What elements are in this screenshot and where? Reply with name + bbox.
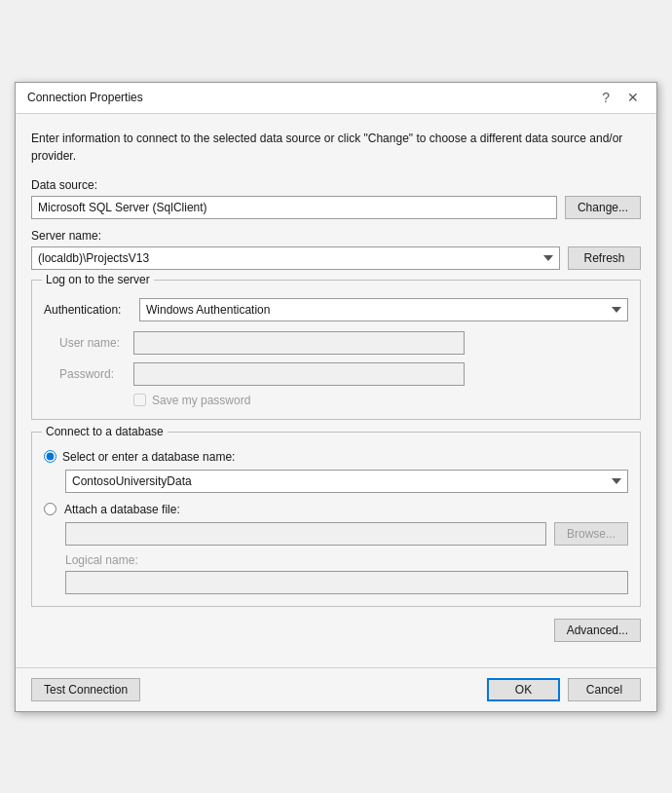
title-bar: Connection Properties ? ✕ <box>16 83 656 114</box>
ok-button[interactable]: OK <box>487 678 560 701</box>
save-password-checkbox[interactable] <box>133 394 146 406</box>
db-name-row: ContosoUniversityData <box>44 470 628 493</box>
advanced-button[interactable]: Advanced... <box>554 619 641 642</box>
change-button[interactable]: Change... <box>565 196 641 219</box>
user-name-input[interactable] <box>133 331 465 355</box>
db-name-select[interactable]: ContosoUniversityData <box>65 470 628 493</box>
logical-name-input[interactable] <box>65 571 628 594</box>
select-db-radio[interactable] <box>44 450 56 463</box>
user-name-row: User name: <box>44 331 628 355</box>
data-source-row: Change... <box>31 196 641 219</box>
password-input[interactable] <box>133 362 465 386</box>
user-name-label: User name: <box>59 336 133 350</box>
title-bar-controls: ? ✕ <box>596 89 645 106</box>
authentication-label: Authentication: <box>44 303 131 317</box>
attach-file-input[interactable] <box>65 522 546 546</box>
log-on-legend: Log on to the server <box>42 273 154 286</box>
attach-db-radio[interactable] <box>44 503 56 515</box>
data-source-input[interactable] <box>31 196 557 219</box>
log-on-section: Log on to the server Authentication: Win… <box>31 280 641 420</box>
dialog-body: Enter information to connect to the sele… <box>16 114 656 667</box>
log-on-content: Authentication: Windows Authentication U… <box>44 298 628 407</box>
refresh-button[interactable]: Refresh <box>568 246 641 270</box>
save-password-row: Save my password <box>44 394 628 407</box>
select-db-radio-row: Select or enter a database name: <box>44 450 628 464</box>
dialog-title: Connection Properties <box>27 91 143 104</box>
dialog-footer: Test Connection OK Cancel <box>16 667 656 711</box>
data-source-label: Data source: <box>31 178 641 192</box>
logical-name-label: Logical name: <box>44 553 628 567</box>
password-label: Password: <box>59 367 133 381</box>
connect-db-section: Connect to a database Select or enter a … <box>31 432 641 607</box>
authentication-row: Authentication: Windows Authentication <box>44 298 628 321</box>
attach-db-radio-label: Attach a database file: <box>64 503 180 516</box>
server-name-select[interactable]: (localdb)\ProjectsV13 <box>31 246 560 270</box>
advanced-row: Advanced... <box>31 619 641 642</box>
footer-right: OK Cancel <box>487 678 641 701</box>
save-password-label: Save my password <box>152 394 250 407</box>
server-name-label: Server name: <box>31 229 641 243</box>
close-button[interactable]: ✕ <box>621 89 645 106</box>
server-name-row: (localdb)\ProjectsV13 Refresh <box>31 246 641 270</box>
test-connection-button[interactable]: Test Connection <box>31 678 140 701</box>
authentication-select[interactable]: Windows Authentication <box>139 298 628 321</box>
attach-db-radio-row: Attach a database file: <box>44 503 628 516</box>
attach-file-row: Browse... <box>44 522 628 546</box>
logical-name-row <box>44 571 628 594</box>
browse-button[interactable]: Browse... <box>554 522 628 546</box>
connection-properties-dialog: Connection Properties ? ✕ Enter informat… <box>15 82 657 712</box>
connect-db-content: Select or enter a database name: Contoso… <box>44 450 628 594</box>
help-button[interactable]: ? <box>596 89 616 106</box>
cancel-button[interactable]: Cancel <box>568 678 641 701</box>
connect-db-legend: Connect to a database <box>42 425 168 438</box>
password-row: Password: <box>44 362 628 386</box>
select-db-radio-label: Select or enter a database name: <box>62 450 235 464</box>
description-text: Enter information to connect to the sele… <box>31 130 641 165</box>
